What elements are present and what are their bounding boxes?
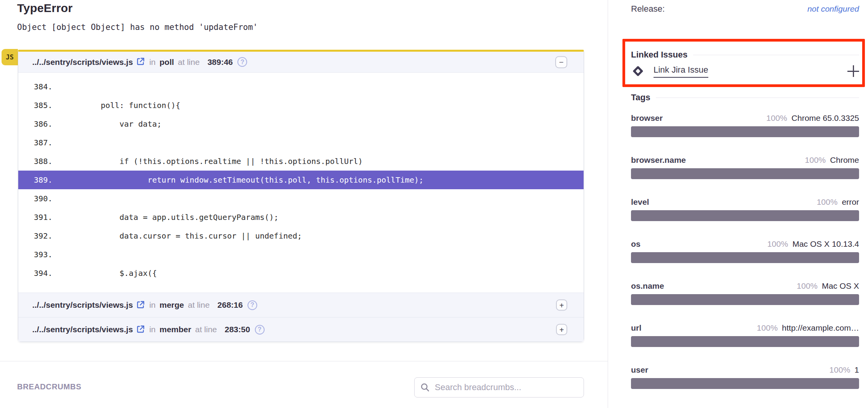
tag-key[interactable]: os [631,239,641,249]
release-not-configured-link[interactable]: not configured [807,4,859,14]
frame-atline-label: at line [188,300,210,310]
line-number: 384. [34,82,63,91]
code-line: 384. [18,77,584,96]
line-number: 393. [34,250,63,259]
tag-item-browser: browser100%Chrome 65.0.3325 [631,113,859,137]
code-line: 393. [18,245,584,264]
tag-value[interactable]: http://example.com… [782,323,859,333]
link-jira-issue-link[interactable]: Link Jira Issue [654,65,708,78]
error-type-title: TypeError [17,2,73,15]
link-jira-issue-row: Link Jira Issue [631,63,859,79]
line-number: 392. [34,231,63,241]
code-line: 388. if (!this.options.realtime || !this… [18,152,584,171]
expand-frame-button[interactable]: + [556,324,567,335]
code-line: 394. $.ajax({ [18,264,584,282]
frame-atline-label: at line [195,325,217,334]
issue-detail-screen: TypeError Object [object Object] has no … [0,0,868,408]
tag-item-browser.name: browser.name100%Chrome [631,155,859,179]
code-line-highlighted: 389. return window.setTimeout(this.poll,… [18,171,584,189]
line-number: 387. [34,138,63,147]
tag-distribution-bar[interactable] [631,378,859,389]
tag-value[interactable]: Chrome [830,155,859,165]
line-number: 388. [34,157,63,166]
code-text: data = app.utils.getQueryParams(); [63,213,279,222]
source-code-block: 384.385. poll: function(){386. var data;… [18,73,584,293]
help-icon[interactable]: ? [255,325,265,335]
tag-distribution-bar[interactable] [631,252,859,263]
code-text: var data; [63,119,162,129]
code-line: 385. poll: function(){ [18,96,584,115]
frame-file-link[interactable]: ../../sentry/scripts/views.js [32,325,133,334]
code-line: 386. var data; [18,115,584,133]
tag-key[interactable]: browser [631,113,663,123]
line-number: 389. [34,175,63,185]
tag-key[interactable]: browser.name [631,155,686,165]
line-number: 386. [34,119,63,129]
open-in-new-icon[interactable] [136,300,145,311]
tag-percent: 100% [767,239,788,249]
code-text: poll: function(){ [63,101,180,110]
frame-in-label: in [149,300,155,310]
tag-key[interactable]: level [631,197,649,207]
tag-item-user: user100%1 [631,365,859,389]
open-in-new-icon[interactable] [136,324,145,336]
linked-issues-title: Linked Issues [631,50,688,60]
tag-item-os.name: os.name100%Mac OS X [631,281,859,305]
frame-in-label: in [149,58,155,67]
code-text: $.ajax({ [63,269,157,278]
tag-distribution-bar[interactable] [631,168,859,179]
release-row: Release: not configured [631,4,859,14]
frame-atline-label: at line [178,58,200,67]
code-line: 387. [18,133,584,152]
main-column: TypeError Object [object Object] has no … [0,0,608,408]
tag-distribution-bar[interactable] [631,126,859,137]
platform-js-badge: JS [2,49,18,65]
code-text: if (!this.options.realtime || !this.opti… [63,157,363,166]
tag-value[interactable]: Mac OS X 10.13.4 [792,239,859,249]
tag-percent: 100% [757,323,778,333]
tag-value[interactable]: error [842,197,859,207]
collapse-frame-button[interactable]: − [555,56,567,68]
help-icon[interactable]: ? [237,57,247,67]
tag-key[interactable]: os.name [631,281,664,291]
frame-location: 389:46 [207,58,233,67]
tag-value[interactable]: Chrome 65.0.3325 [791,113,859,123]
tag-percent: 100% [766,113,787,123]
help-icon[interactable]: ? [248,300,257,310]
tag-item-url: url100%http://example.com… [631,323,859,347]
tag-percent: 100% [805,155,826,165]
title-rule [693,55,859,55]
tags-section-title: Tags [631,92,859,103]
release-label: Release: [631,4,665,14]
frame-location: 283:50 [225,325,250,334]
frame-function: poll [160,58,174,67]
section-divider [0,361,608,361]
linked-issues-section-title: Linked Issues [631,50,859,60]
tag-value[interactable]: 1 [854,365,859,375]
frame-function: member [160,325,192,334]
tags-list: browser100%Chrome 65.0.3325browser.name1… [631,113,859,407]
open-in-new-icon[interactable] [136,57,145,68]
tag-distribution-bar[interactable] [631,210,859,221]
frame-file-link[interactable]: ../../sentry/scripts/views.js [32,58,133,67]
tag-key[interactable]: user [631,365,648,375]
frame-file-link[interactable]: ../../sentry/scripts/views.js [32,300,133,310]
tag-percent: 100% [797,281,818,291]
expand-frame-button[interactable]: + [556,300,567,311]
tag-key[interactable]: url [631,323,641,333]
stack-frame-row-merge: ../../sentry/scripts/views.js in merge a… [18,293,584,317]
search-input[interactable] [435,382,578,392]
error-message: Object [object Object] has no method 'up… [17,23,258,32]
frame-in-label: in [149,325,155,334]
tag-percent: 100% [830,365,851,375]
code-line: 392. data.cursor = this.cursor || undefi… [18,227,584,245]
tag-distribution-bar[interactable] [631,294,859,305]
tag-value[interactable]: Mac OS X [822,281,859,291]
stack-trace-container: ../../sentry/scripts/views.js in poll at… [18,50,584,342]
line-number: 394. [34,269,63,278]
stack-frame-row-member: ../../sentry/scripts/views.js in member … [18,317,584,342]
tag-item-os: os100%Mac OS X 10.13.4 [631,239,859,263]
breadcrumbs-search[interactable] [414,377,584,398]
add-linked-issue-button[interactable] [847,65,859,77]
tag-distribution-bar[interactable] [631,336,859,347]
